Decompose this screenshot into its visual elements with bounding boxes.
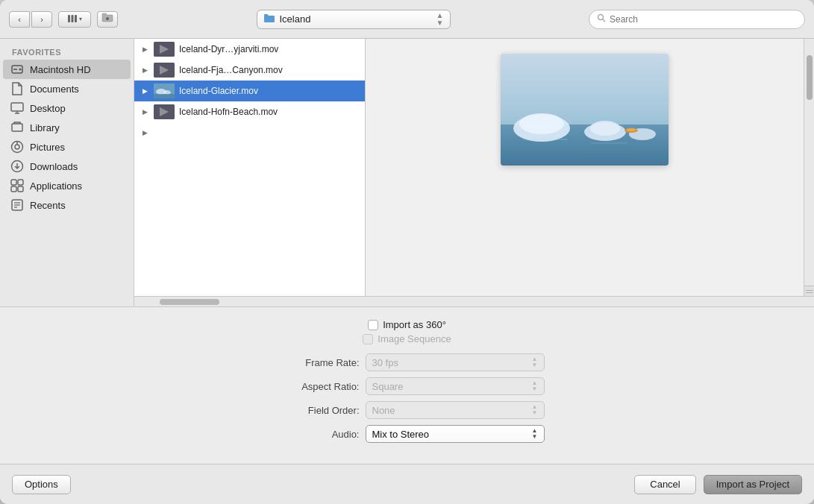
view-button[interactable]: ▾ [58,11,91,28]
new-folder-button[interactable] [97,11,118,28]
browser-columns: ▶ Iceland-Dyr…yjarviti.mov ▶ [134,39,814,296]
file-thumbnail [154,104,175,119]
location-text: Iceland [280,13,432,25]
sidebar-item-label: Downloads [30,161,78,172]
svg-rect-21 [11,186,16,192]
frame-rate-label: Frame Rate: [270,357,360,368]
options-button[interactable]: Options [12,475,71,494]
sidebar-item-applications[interactable]: Applications [3,176,131,195]
options-panel: Import as 360° Image Sequence Frame Rate… [0,306,814,464]
file-name: Iceland-Dyr…yjarviti.mov [179,44,278,54]
aspect-ratio-value: Square [372,381,404,392]
list-item[interactable]: ▶ Iceland-Dyr…yjarviti.mov [134,39,365,60]
forward-button[interactable]: › [31,11,52,28]
sidebar-item-downloads[interactable]: Downloads [3,157,131,176]
svg-line-6 [603,19,606,22]
svg-rect-2 [75,15,77,22]
image-sequence-row: Image Sequence [0,333,814,344]
forward-icon: › [40,15,43,24]
scrollbar-grip [804,286,814,296]
location-stepper-icon: ▲ ▼ [436,12,444,27]
field-order-label: Field Order: [270,405,360,416]
columns-icon [67,13,78,25]
grip-line [806,290,813,291]
desktop-icon [10,101,24,115]
glacier-scene [501,54,669,166]
file-thumbnail [154,63,175,78]
library-icon [10,121,24,134]
sidebar-item-pictures[interactable]: Pictures [3,137,131,157]
browser-area: ▶ Iceland-Dyr…yjarviti.mov ▶ [134,39,814,306]
sidebar-item-label: Recents [30,200,66,211]
expand-arrow-icon: ▶ [140,86,149,95]
preview-image [501,54,669,166]
list-item[interactable]: ▶ [134,122,365,143]
search-input[interactable] [610,14,789,25]
audio-label: Audio: [270,429,360,440]
expand-arrow-icon: ▶ [140,45,149,54]
import360-label: Import as 360° [383,319,446,330]
sidebar-item-macintosh-hd[interactable]: Macintosh HD [3,60,131,79]
file-column: ▶ Iceland-Dyr…yjarviti.mov ▶ [134,39,366,296]
sidebar-item-desktop[interactable]: Desktop [3,98,131,118]
list-item[interactable]: ▶ Iceland-Hofn-Beach.mov [134,101,365,122]
import-as-project-button[interactable]: Import as Project [704,475,802,494]
h-scrollbar-thumb[interactable] [160,299,219,305]
audio-stepper-icon: ▲ ▼ [532,428,538,440]
vertical-scrollbar[interactable] [804,39,814,296]
file-thumbnail [154,84,175,98]
image-sequence-checkbox[interactable] [363,334,373,344]
field-order-select[interactable]: None ▲ ▼ [366,401,545,419]
expand-arrow-icon: ▶ [140,128,149,137]
back-button[interactable]: ‹ [9,11,30,28]
svg-rect-10 [11,103,23,111]
import360-row: Import as 360° [0,319,814,330]
cancel-label: Cancel [650,479,680,490]
cancel-button[interactable]: Cancel [634,475,695,494]
aspect-ratio-row: Aspect Ratio: Square ▲ ▼ [0,377,814,395]
frame-rate-stepper-icon: ▲ ▼ [532,356,538,368]
audio-row: Audio: Mix to Stereo ▲ ▼ [0,425,814,443]
expand-arrow-icon: ▶ [140,107,149,116]
list-item[interactable]: ▶ Iceland-Fja…Canyon.mov [134,60,365,81]
main-content: Favorites Macintosh HD [0,39,814,306]
sidebar-item-recents[interactable]: Recents [3,195,131,215]
search-box[interactable] [589,10,805,29]
horizontal-scrollbar[interactable] [134,296,814,306]
audio-select[interactable]: Mix to Stereo ▲ ▼ [366,425,545,443]
frame-rate-value: 30 fps [372,357,398,368]
sidebar-item-label: Documents [30,84,79,95]
svg-rect-13 [12,124,22,131]
file-name: Iceland-Glacier.mov [179,86,258,96]
svg-point-40 [519,113,564,134]
field-order-value: None [372,405,395,416]
favorites-label: Favorites [0,45,134,60]
sidebar-item-label: Desktop [30,103,66,114]
list-item[interactable]: ▶ Iceland-Glacier.mov [134,81,365,101]
aspect-ratio-label: Aspect Ratio: [270,381,360,392]
image-sequence-label: Image Sequence [378,333,451,344]
svg-rect-20 [18,180,23,185]
preview-pane [366,39,804,296]
sidebar-item-label: Macintosh HD [30,64,91,75]
glacier-svg [501,54,669,166]
svg-point-8 [19,69,22,71]
applications-icon [10,179,24,192]
frame-rate-select[interactable]: 30 fps ▲ ▼ [366,353,545,371]
options-label: Options [25,479,58,490]
svg-rect-1 [72,15,74,22]
frame-rate-row: Frame Rate: 30 fps ▲ ▼ [0,353,814,371]
file-thumbnail [154,42,175,57]
sidebar-item-library[interactable]: Library [3,118,131,137]
sidebar-item-documents[interactable]: Documents [3,79,131,98]
aspect-ratio-select[interactable]: Square ▲ ▼ [366,377,545,395]
sidebar-item-label: Applications [30,180,82,192]
location-dropdown[interactable]: Iceland ▲ ▼ [257,10,451,29]
recents-icon [10,198,24,212]
svg-rect-34 [154,94,175,98]
aspect-ratio-stepper-icon: ▲ ▼ [532,380,538,392]
grip-line [806,292,813,293]
scrollbar-thumb[interactable] [807,55,813,100]
file-name: Iceland-Fja…Canyon.mov [179,65,283,75]
import360-checkbox[interactable] [368,320,378,330]
